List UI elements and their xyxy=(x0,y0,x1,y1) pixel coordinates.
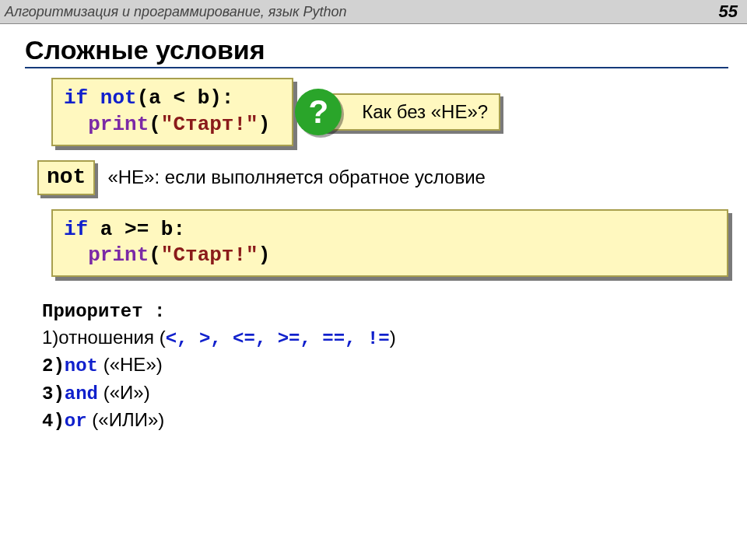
fn-print: print xyxy=(88,243,149,267)
priority-item-3: 3)and («И») xyxy=(42,380,728,407)
row-code-and-question: if not(a < b): print("Старт!") ? Как без… xyxy=(51,78,728,146)
kw-or: or xyxy=(65,411,87,432)
kw-if: if xyxy=(64,86,88,110)
question-mark-icon: ? xyxy=(295,89,342,135)
priority-title: Приоритет : xyxy=(42,299,728,324)
expr: (a < b) xyxy=(137,86,222,110)
priority-item-4: 4)or («ИЛИ») xyxy=(42,407,728,434)
page-title: Сложные условия xyxy=(25,35,728,68)
course-title: Алгоритмизация и программирование, язык … xyxy=(5,4,346,20)
question-callout: ? Как без «НЕ»? xyxy=(315,93,500,131)
string-literal: "Старт!" xyxy=(161,243,258,267)
string-literal: "Старт!" xyxy=(161,113,258,136)
code-block-gte: if a >= b: print("Старт!") xyxy=(51,209,728,278)
relational-ops: <, >, <=, >=, ==, != xyxy=(166,328,390,349)
kw-if: if xyxy=(64,218,88,241)
kw-not: not xyxy=(100,86,137,110)
priority-block: Приоритет : 1)отношения (<, >, <=, >=, =… xyxy=(42,299,728,434)
question-text: Как без «НЕ»? xyxy=(362,101,488,122)
fn-print: print xyxy=(88,113,149,136)
slide-header: Алгоритмизация и программирование, язык … xyxy=(0,0,747,24)
slide-body: Сложные условия if not(a < b): print("Ст… xyxy=(0,24,747,434)
expr: a >= b xyxy=(88,218,173,241)
operator-tag-not: not xyxy=(37,160,95,195)
kw-not: not xyxy=(65,355,98,376)
page-number: 55 xyxy=(719,2,738,22)
row-code-equivalent: if a >= b: print("Старт!") xyxy=(51,209,728,278)
definition-text: «НЕ»: если выполняется обратное условие xyxy=(107,166,486,188)
priority-item-2: 2)not («НЕ») xyxy=(42,352,728,379)
code-block-not: if not(a < b): print("Старт!") xyxy=(51,78,293,146)
kw-and: and xyxy=(65,383,98,404)
priority-item-1: 1)отношения (<, >, <=, >=, ==, !=) xyxy=(42,324,728,352)
definition-row: not «НЕ»: если выполняется обратное усло… xyxy=(37,160,728,195)
